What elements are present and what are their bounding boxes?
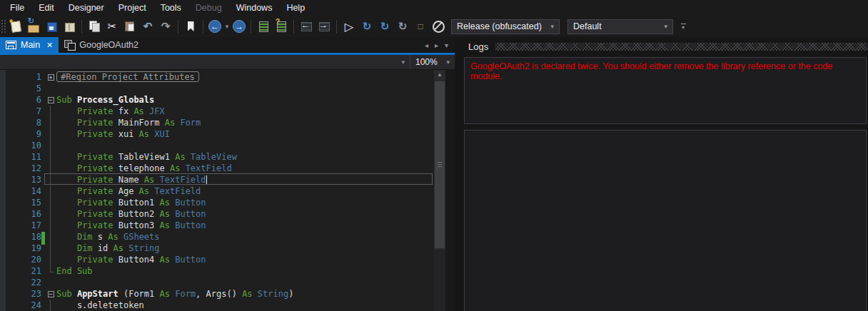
tab-scroll-right-icon[interactable]: ▸ (435, 41, 438, 49)
scroll-up-icon[interactable]: ▲ (434, 70, 445, 80)
bookmark-icon[interactable] (182, 17, 199, 36)
editor-scrollbar[interactable]: ▲ (434, 70, 445, 311)
code-line-9: 9 Private xui As XUI (6, 128, 434, 140)
fold-collapse-icon[interactable]: − (48, 97, 54, 103)
code-text[interactable] (56, 140, 434, 151)
module-nav-select[interactable]: ▾ (0, 55, 410, 69)
run-icon[interactable]: ▷ (340, 17, 358, 36)
code-text[interactable]: Private Button4 As Button (56, 254, 434, 265)
token-pl: xui (113, 129, 138, 139)
step-into-icon[interactable]: ↻ (394, 17, 411, 36)
token-ty: JFX (144, 106, 165, 116)
tab-main[interactable]: Main✕ (0, 37, 59, 53)
redo-icon[interactable]: ↷ (157, 17, 174, 36)
token-kw: Private (77, 209, 113, 219)
code-text[interactable]: Private telephone As TextField (56, 163, 434, 174)
tab-strip: Main✕GoogleOAuth2◂▸▾ (0, 37, 455, 53)
undo-icon[interactable]: ↶ (139, 17, 156, 36)
menu-item-tools[interactable]: Tools (153, 1, 188, 15)
code-text[interactable] (56, 83, 434, 94)
deploy-config-select[interactable]: Default▾ (567, 19, 673, 34)
menu-item-designer[interactable]: Designer (61, 1, 111, 15)
clean-project-icon[interactable] (430, 17, 447, 36)
code-text[interactable]: Private Button2 As Button (56, 208, 434, 220)
deploy-config-select-value: Default (573, 21, 602, 31)
step-over-icon[interactable]: ↻ (376, 17, 393, 36)
zoom-value: 100% (415, 57, 438, 67)
toolbar-overflow-icon[interactable] (677, 17, 689, 36)
comment-icon[interactable] (255, 17, 272, 36)
token-ty: TextField (149, 186, 201, 196)
code-text[interactable]: Dim s As GSheets (56, 231, 434, 243)
code-text[interactable]: Private Name As TextField (56, 174, 434, 185)
fold-collapse-icon[interactable]: − (48, 291, 54, 297)
fold-expand-icon[interactable]: + (48, 74, 54, 81)
tab-list-caret-icon[interactable]: ▾ (445, 41, 448, 49)
menu-item-edit[interactable]: Edit (31, 1, 61, 15)
uncomment-icon[interactable] (273, 17, 290, 36)
logs-header: Logs (463, 37, 868, 56)
modified-line-marker (41, 231, 45, 243)
code-text[interactable]: Private fx As JFX (56, 106, 434, 117)
token-sub: Process_Globals (72, 95, 155, 105)
build-config-select[interactable]: Release (obfuscated)▾ (451, 19, 560, 34)
open-icon[interactable] (25, 17, 42, 36)
token-pl: Button3 (113, 220, 159, 230)
text-caret (206, 175, 207, 184)
code-text[interactable]: Dim id As String (56, 243, 434, 254)
zoom-select[interactable]: 100% ▾ (410, 55, 455, 69)
code-text[interactable] (56, 277, 434, 288)
navigate-forward-icon[interactable]: → (233, 20, 246, 33)
code-text[interactable]: Private xui As XUI (56, 128, 434, 140)
menu-item-project[interactable]: Project (111, 1, 153, 15)
outdent-icon[interactable] (298, 17, 315, 36)
token-pl (56, 243, 77, 253)
menu-item-windows[interactable]: Windows (229, 1, 280, 15)
copy-icon[interactable] (86, 17, 103, 36)
code-text[interactable]: Private MainForm As Form (56, 117, 434, 128)
code-text[interactable]: s.deletetoken (56, 300, 434, 311)
new-icon[interactable] (7, 17, 24, 36)
line-number: 12 (6, 163, 41, 174)
indent-icon[interactable] (316, 17, 333, 36)
save-icon[interactable] (43, 17, 60, 36)
back-dropdown-caret-icon[interactable]: ▾ (223, 17, 231, 36)
token-pl: Button4 (113, 255, 159, 265)
tab-googleoauth2[interactable]: GoogleOAuth2 (59, 37, 144, 53)
code-editor[interactable]: 1+#Region Project Attributes56−Sub Proce… (0, 70, 455, 311)
token-pl (56, 175, 77, 185)
toolbar-grip[interactable] (1, 19, 6, 34)
tab-close-icon[interactable]: ✕ (46, 41, 53, 50)
log-secondary-box[interactable] (464, 130, 867, 311)
code-text[interactable]: Private TableView1 As TableView (56, 151, 434, 163)
code-text[interactable]: Sub Process_Globals (56, 94, 434, 106)
line-number: 8 (6, 117, 41, 128)
code-text[interactable]: End Sub (56, 265, 434, 277)
chevron-down-icon: ▾ (401, 58, 405, 66)
code-text[interactable]: Sub AppStart (Form1 As Form, Args() As S… (56, 288, 434, 300)
stop-icon[interactable]: □ (412, 17, 429, 36)
form-icon (6, 41, 16, 49)
collapsed-region[interactable]: #Region Project Attributes (56, 71, 199, 82)
code-pane[interactable]: 1+#Region Project Attributes56−Sub Proce… (6, 71, 434, 311)
scrollbar-thumb[interactable] (435, 81, 445, 248)
navigate-back-icon[interactable]: ← (208, 20, 221, 33)
tab-label: GoogleOAuth2 (79, 40, 138, 50)
menu-item-file[interactable]: File (3, 1, 31, 15)
fold-column (45, 106, 56, 117)
code-text[interactable]: #Region Project Attributes (56, 71, 434, 83)
code-text[interactable]: Private Button3 As Button (56, 220, 434, 231)
token-kw: Sub (56, 95, 72, 105)
tab-scroll-left-icon[interactable]: ◂ (425, 41, 428, 49)
code-text[interactable]: Private Age As TextField (56, 185, 434, 197)
token-ty: Button (170, 198, 206, 208)
resume-icon[interactable]: ↻ (358, 17, 375, 36)
code-text[interactable]: Private Button1 As Button (56, 197, 434, 208)
paste-icon[interactable] (121, 17, 138, 36)
menu-item-help[interactable]: Help (279, 1, 312, 15)
token-kw: Private (77, 198, 113, 208)
editor-left-margin (0, 70, 6, 311)
log-output-box[interactable]: GoogleOAuth2 is declared twice. You shou… (464, 57, 867, 124)
cut-icon[interactable]: ✂ (104, 17, 121, 36)
export-package-icon[interactable] (61, 17, 78, 36)
